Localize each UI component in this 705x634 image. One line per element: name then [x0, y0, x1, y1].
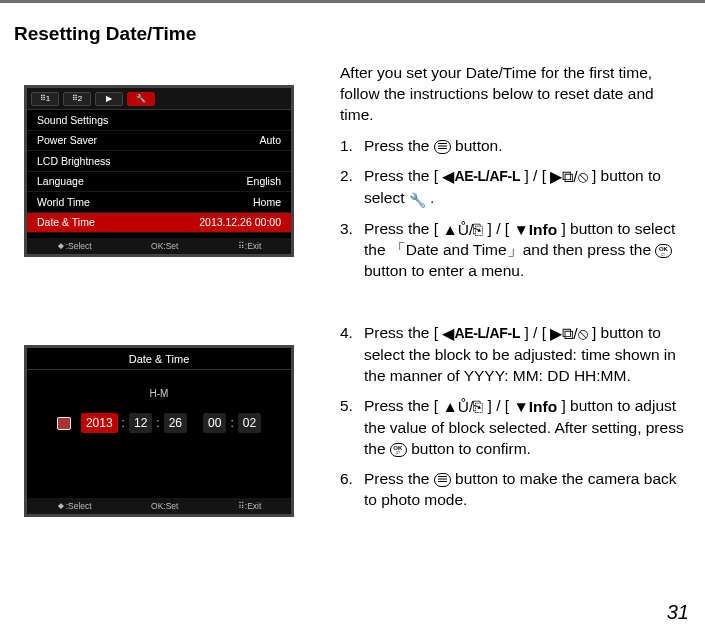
ok-button-icon: [390, 443, 407, 457]
right-icon: ▶⧉/⦸: [550, 324, 587, 345]
calendar-icon: [57, 417, 71, 430]
menu-button-icon: [434, 473, 451, 487]
right-icon: ▶⧉/⦸: [550, 167, 587, 188]
dt-separator: :: [122, 416, 125, 430]
dt-separator: :: [156, 416, 159, 430]
intro-text: After you set your Date/Time for the fir…: [340, 63, 691, 126]
lcd-bbar-set: OK:Set: [151, 241, 178, 251]
lcd2-bbar-set: OK:Set: [151, 501, 178, 511]
down-icon: ▼Info: [513, 220, 557, 241]
lcd-tab-play: ▶: [95, 92, 123, 106]
dt-block: 02: [238, 413, 261, 433]
lcd-datetime-screenshot: Date & Time H-M 2013:12:2600:02 ⯁:Select…: [24, 345, 294, 517]
up-icon: ▲Ů/⎘: [442, 397, 483, 418]
lcd-settings-screenshot: ⠿1 ⠿2 ▶ 🔧 Sound SettingsPower SaverAutoL…: [24, 85, 294, 257]
step-2: 2. Press the [ ◀AE-L/AF-L ] / [ ▶⧉/⦸ ] b…: [340, 166, 691, 210]
lcd2-bbar-exit: ⠿:Exit: [238, 501, 262, 511]
ok-button-icon: [655, 244, 672, 258]
lcd-menu-row: World TimeHome: [27, 192, 291, 213]
page-title: Resetting Date/Time: [14, 23, 691, 45]
menu-button-icon: [434, 140, 451, 154]
lcd-bbar-select: ⯁:Select: [57, 241, 92, 251]
step-6: 6. Press the button to make the camera b…: [340, 469, 691, 511]
wrench-icon: 🔧: [409, 191, 426, 210]
step-1: 1. Press the button.: [340, 136, 691, 157]
top-stripe: [0, 0, 705, 3]
lcd-menu-row: Date & Time2013.12.26 00:00: [27, 213, 291, 234]
lcd-tab-2: ⠿2: [63, 92, 91, 106]
step-4: 4. Press the [ ◀AE-L/AF-L ] / [ ▶⧉/⦸ ] b…: [340, 323, 691, 387]
lcd-tab-wrench: 🔧: [127, 92, 155, 106]
lcd2-bbar-select: ⯁:Select: [57, 501, 92, 511]
page-number: 31: [667, 601, 689, 624]
dt-block: 00: [203, 413, 226, 433]
step-5: 5. Press the [ ▲Ů/⎘ ] / [ ▼Info ] button…: [340, 396, 691, 460]
lcd-tab-1: ⠿1: [31, 92, 59, 106]
lcd-bbar-exit: ⠿:Exit: [238, 241, 262, 251]
lcd2-title: Date & Time: [27, 348, 291, 370]
dt-block: 26: [164, 413, 187, 433]
lcd-menu-row: Sound Settings: [27, 110, 291, 131]
dt-block: 2013: [81, 413, 118, 433]
dt-separator: :: [230, 416, 233, 430]
lcd2-hm-label: H-M: [27, 388, 291, 399]
lcd-menu-row: LanguageEnglish: [27, 172, 291, 193]
down-icon: ▼Info: [513, 397, 557, 418]
left-icon: ◀: [442, 167, 454, 188]
step-3: 3. Press the [ ▲Ů/⎘ ] / [ ▼Info ] button…: [340, 219, 691, 283]
left-icon: ◀: [442, 324, 454, 345]
dt-block: 12: [129, 413, 152, 433]
up-icon: ▲Ů/⎘: [442, 220, 483, 241]
lcd-menu-row: LCD Brightness: [27, 151, 291, 172]
lcd-menu-row: Power SaverAuto: [27, 131, 291, 152]
